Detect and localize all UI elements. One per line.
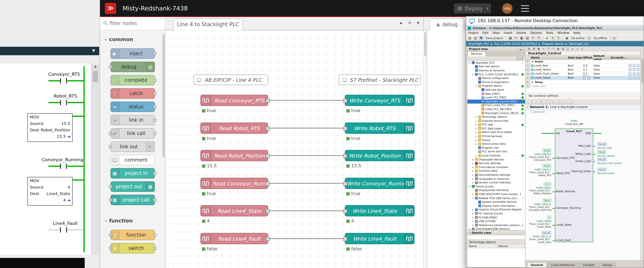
chevron-collapsed-icon[interactable]: ▸ [472,166,474,168]
flow-canvas[interactable]: AB EIP/CIP - Line 4 PLCS7 Profinet - Sta… [165,30,424,268]
cut-icon[interactable]: ✂ [514,36,518,40]
scroll-up-icon[interactable]: ▲ [92,64,99,70]
menu-edit[interactable]: Edit [480,31,490,35]
editor-toolbar-icon[interactable]: ▦ [537,47,541,50]
chevron-collapsed-icon[interactable]: ▸ [475,154,478,157]
editor-toolbar-icon[interactable]: ◫ [566,47,570,50]
tree-tool-icon[interactable] [520,57,524,60]
tree-item-realtek-pcie-gbe-family-con[interactable]: ▾Realtek PCIe GBE Family Con...✓ [467,196,525,200]
chevron-collapsed-icon[interactable]: ▸ [475,139,478,141]
flow-node-read-conveyor-rts[interactable]: Read Conveyor_RTS [200,95,268,106]
instruction-icon[interactable]: ( ) [547,100,553,104]
node-input-port[interactable] [343,99,347,103]
menu-tools[interactable]: Tools [544,31,555,35]
checkbox-checked-icon[interactable]: ✓ [629,68,632,71]
tree-item-local-modules[interactable]: ▸Local modules [467,154,525,158]
scrollbar-thumb[interactable] [93,71,98,82]
ladder-panel-titlebar[interactable]: ▼ [0,47,99,55]
tree-item-technology-objects[interactable]: ▸Technology objects [467,115,525,119]
user-avatar[interactable]: rm [502,3,512,14]
tree-item-security-settings[interactable]: ▸Security settings [467,161,525,165]
flow-node-write-conveyor-rts[interactable]: Write Conveyor_RTS [345,95,414,106]
chevron-expanded-icon[interactable]: ▾ [472,73,474,76]
tree-item-stacklight-control-db-d[interactable]: Stacklight_Control_DB [D... [467,111,525,115]
checkbox-checked-icon[interactable]: ✓ [637,77,640,79]
network-header[interactable]: ▾ Network 1: Line 4 Stacklight Control [526,105,644,110]
tag-row-line4-red[interactable]: 2Line4_RedBool0.0false✓✓✓ [526,64,644,68]
instruction-icon[interactable]: ▭ [554,100,560,104]
editor-toolbar-icon[interactable]: ▥ [532,47,536,50]
tree-item-program-blocks[interactable]: ▾Program blocks [467,84,525,88]
upload-icon[interactable]: ⇑ [556,36,561,40]
checkbox-checked-icon[interactable]: ✓ [633,77,636,79]
palette-node-function[interactable]: ƒfunction [110,230,155,240]
chevron-down-icon[interactable]: ▼ [92,48,95,53]
input-operand-line4-fault[interactable]: FALSE%DB1.DBX12.0"From_Line4_PLC".Line4_… [528,231,551,244]
chevron-collapsed-icon[interactable]: ▸ [475,116,478,118]
checkbox-checked-icon[interactable]: ✓ [629,72,632,75]
tag-row-temp[interactable]: 6▼Temp [526,80,644,84]
instruction-icon[interactable]: ⊣/⊢ [537,100,546,104]
tree-item-plc-data-types[interactable]: ▸PLC data types [467,127,525,130]
go-offline-icon[interactable]: ○ [587,36,592,40]
chevron-expanded-icon[interactable]: ▾ [468,185,471,188]
tag-row-static[interactable]: 1▼Static [526,60,644,64]
checkbox-checked-icon[interactable]: ✓ [637,68,640,71]
mov-instruction-robot-position[interactable]: MOVSource15.5DestRobot_Position15.5 ◄ [28,113,72,142]
contact-instruction-line4-fault[interactable] [66,227,67,233]
breadcrumb-item-stacklight-co[interactable]: Stacklight_Co... [569,42,591,45]
palette-node-inject[interactable]: ▶inject [110,48,155,59]
open-project-icon[interactable]: ▥ [473,36,478,40]
tree-item-documentation-settings[interactable]: ▸Documentation settings [467,173,525,177]
contact-instruction-line4-fault[interactable] [60,227,61,233]
contact-instruction-conveyor-rts[interactable] [60,78,61,83]
checkbox-checked-icon[interactable]: ✓ [633,68,636,71]
ladder-scrollbar[interactable]: ▲ [91,64,99,255]
scrollbar-thumb[interactable] [641,58,643,83]
palette-node-link-out[interactable]: ⇤link out [110,141,155,152]
chevron-collapsed-icon[interactable]: ▸ [475,124,478,126]
rdp-titlebar[interactable]: 192.168.0.137 - Remote Desktop Connectio… [466,16,644,25]
tree-item-devices-networks[interactable]: Devices & networks [467,68,525,72]
tree-item-plcsim-pnie[interactable]: ▸PLCSIM [PNIE] [467,216,525,220]
scrollbar-thumb[interactable] [424,32,426,56]
go-online-label[interactable]: Go online [570,36,586,40]
breadcrumb-item-stacklight-plc[interactable]: Stacklight_PLC [468,42,489,45]
network-comment[interactable]: Comment [526,110,644,115]
tree-item-line4-plc-fb2[interactable]: Line4_PLC [FB2] [467,96,525,100]
tree-item-from-line4-plc-db1[interactable]: From_Line4_PLC [DB1] [467,103,525,107]
undo-icon[interactable]: ↶ [530,36,535,40]
editor-toolbar-icon[interactable]: ✂ [542,47,546,50]
editor-toolbar-icon[interactable]: ≡ [570,47,575,50]
tree-item-update-accessible-devices[interactable]: Update accessible devices [467,200,525,204]
node-input-port[interactable] [343,154,347,158]
chevron-collapsed-icon[interactable]: ▸ [475,127,478,130]
window-icon[interactable]: ▭ [612,36,617,40]
palette-node-complete[interactable]: ✓complete [110,75,155,85]
tree-item-add-new-device[interactable]: Add new device [467,65,525,68]
main-menu-button[interactable] [521,5,529,12]
palette-node-catch[interactable]: !catch [110,88,155,99]
editor-scrollbar[interactable] [640,46,644,260]
menu-online[interactable]: Online [514,31,528,35]
editor-tab-general[interactable]: General [527,262,547,268]
node-input-port[interactable] [343,127,347,131]
tree-item-online-access[interactable]: ▾Online access [467,185,525,188]
chevron-collapsed-icon[interactable]: ▸ [475,143,478,145]
wire[interactable] [268,210,345,211]
editor-toolbar-icon[interactable]: ↶ [546,47,550,50]
tree-item-com-rs232-ppi-multi-master[interactable]: ▸COM [RS232/PPI multi-master...] [467,192,525,196]
breadcrumb-item-program-blocks[interactable]: Program blocks [542,42,564,45]
comment-node-s7-profinet-stacklight-plc[interactable]: S7 Profinet - Stacklight PLC [339,75,420,85]
instruction-icon[interactable]: → [568,100,573,104]
tree-item-hyper-v-virtual-ethernet-adapter[interactable]: ▸Hyper-V Virtual Ethernet Adapter [467,208,525,212]
tree-item-card-reader-usb-memory[interactable]: ▸Card Reader/USB memory [467,227,525,230]
node-input-port[interactable] [343,209,347,213]
editor-toolbar-icon[interactable]: ▸ [580,47,584,50]
flow-node-read-robot-position[interactable]: Read Robot_Position [200,150,268,161]
tree-item-line4-plc-db-db2[interactable]: Line4_PLC_DB [DB2] [467,107,525,111]
wire[interactable] [268,238,345,239]
add-flow-button[interactable]: + [408,20,412,26]
print-icon[interactable]: ▦ [508,36,513,40]
wire[interactable] [268,100,345,101]
